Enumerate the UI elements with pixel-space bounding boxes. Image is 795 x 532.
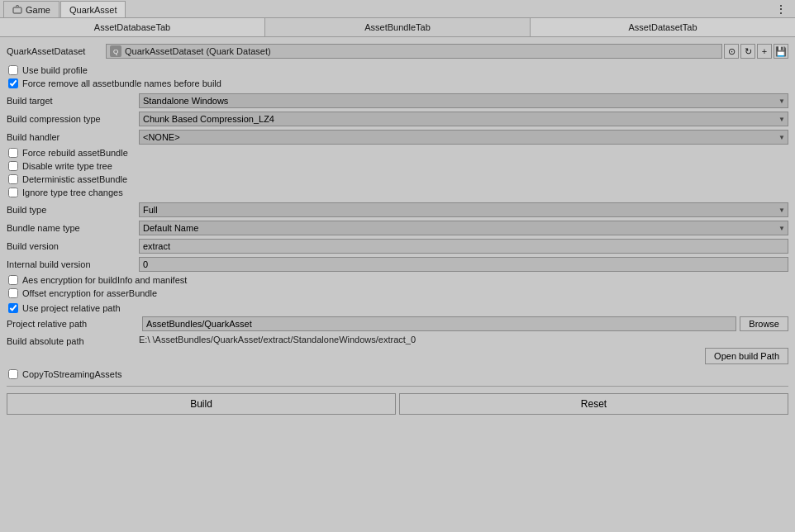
build-compression-row: Build compression type Chunk Based Compr…	[7, 112, 788, 126]
dataset-add-icon[interactable]: +	[757, 44, 772, 59]
build-type-label: Build type	[7, 205, 139, 215]
bundle-name-type-wrapper: Default Name	[139, 221, 788, 235]
main-tabs: AssetDatabaseTab AssetBundleTab AssetDat…	[0, 18, 795, 37]
deterministic-label: Deterministic assetBundle	[22, 174, 127, 184]
build-version-input[interactable]	[139, 239, 788, 254]
ignore-type-tree-row: Ignore type tree changes	[7, 188, 788, 197]
build-target-label: Build target	[7, 96, 139, 106]
use-build-profile-label: Use build profile	[22, 65, 88, 75]
use-build-profile-row: Use build profile	[7, 65, 788, 75]
use-build-profile-checkbox[interactable]	[8, 65, 18, 75]
build-handler-label: Build handler	[7, 132, 139, 142]
dataset-input-group: Q QuarkAssetDataset (Quark Dataset)	[106, 44, 722, 59]
dataset-label: QuarkAssetDataset	[7, 46, 106, 56]
browse-button[interactable]: Browse	[740, 316, 788, 331]
aes-encryption-checkbox[interactable]	[8, 275, 18, 285]
dataset-save-icon[interactable]: 💾	[774, 44, 788, 59]
offset-encryption-checkbox[interactable]	[8, 288, 18, 298]
game-tab-label: Game	[26, 5, 50, 15]
build-version-label: Build version	[7, 241, 139, 251]
aes-encryption-label: Aes encryption for buildInfo and manifes…	[22, 275, 187, 285]
ignore-type-tree-checkbox[interactable]	[8, 188, 18, 197]
build-handler-row: Build handler <NONE>	[7, 130, 788, 145]
copy-streaming-checkbox[interactable]	[8, 369, 18, 379]
build-absolute-path-row: Build absolute path E:\ \AssetBundles/Qu…	[7, 335, 788, 364]
title-bar: Game QuarkAsset ⋮	[0, 0, 795, 18]
bundle-name-type-label: Bundle name type	[7, 223, 139, 233]
tab-asset-database[interactable]: AssetDatabaseTab	[0, 18, 265, 36]
internal-build-version-label: Internal build version	[7, 259, 139, 269]
dataset-icon: Q	[110, 45, 121, 57]
svg-rect-0	[13, 7, 21, 13]
force-rebuild-label: Force rebuild assetBundle	[22, 148, 128, 158]
use-relative-path-label: Use project relative path	[22, 303, 121, 313]
force-remove-checkbox[interactable]	[8, 78, 18, 88]
deterministic-checkbox[interactable]	[8, 174, 18, 184]
use-relative-path-row: Use project relative path	[7, 303, 788, 313]
offset-encryption-row: Offset encryption for asserBundle	[7, 288, 788, 298]
build-target-row: Build target Standalone Windows	[7, 93, 788, 108]
content-area: QuarkAssetDataset Q QuarkAssetDataset (Q…	[0, 37, 795, 529]
project-relative-path-label: Project relative path	[7, 319, 139, 329]
game-tab[interactable]: Game	[3, 1, 60, 17]
bundle-name-type-row: Bundle name type Default Name	[7, 221, 788, 235]
force-remove-label: Force remove all assetbundle names befor…	[22, 78, 221, 88]
build-target-wrapper: Standalone Windows	[139, 93, 788, 108]
tab-asset-bundle[interactable]: AssetBundleTab	[265, 18, 531, 36]
build-absolute-path-value: E:\ \AssetBundles/QuarkAsset/extract/Sta…	[139, 335, 788, 344]
dataset-row: QuarkAssetDataset Q QuarkAssetDataset (Q…	[7, 44, 788, 59]
copy-streaming-label: CopyToStreamingAssets	[22, 369, 121, 379]
offset-encryption-label: Offset encryption for asserBundle	[22, 288, 157, 298]
aes-encryption-row: Aes encryption for buildInfo and manifes…	[7, 275, 788, 285]
build-button[interactable]: Build	[7, 393, 396, 415]
quark-tab-label: QuarkAsset	[69, 5, 117, 15]
game-icon	[12, 5, 22, 15]
internal-build-version-row: Internal build version	[7, 257, 788, 272]
deterministic-row: Deterministic assetBundle	[7, 174, 788, 184]
disable-write-checkbox[interactable]	[8, 161, 18, 171]
dataset-value: QuarkAssetDataset (Quark Dataset)	[125, 46, 718, 56]
build-type-wrapper: Full	[139, 202, 788, 217]
build-compression-label: Build compression type	[7, 114, 139, 124]
title-bar-tabs: Game QuarkAsset	[3, 0, 126, 17]
build-compression-dropdown[interactable]: Chunk Based Compression_LZ4	[139, 112, 788, 126]
dataset-target-icon[interactable]: ⊙	[724, 44, 739, 59]
open-path-button[interactable]: Open build Path	[705, 348, 788, 364]
build-target-dropdown[interactable]: Standalone Windows	[139, 93, 788, 108]
tab-asset-dataset[interactable]: AssetDatasetTab	[531, 18, 795, 36]
reset-button[interactable]: Reset	[399, 393, 788, 415]
build-compression-wrapper: Chunk Based Compression_LZ4	[139, 112, 788, 126]
internal-build-version-input[interactable]	[139, 257, 788, 272]
bottom-bar: Build Reset	[7, 386, 788, 415]
menu-icon[interactable]: ⋮	[770, 2, 792, 16]
force-rebuild-checkbox[interactable]	[8, 148, 18, 158]
build-version-row: Build version	[7, 239, 788, 254]
force-remove-row: Force remove all assetbundle names befor…	[7, 78, 788, 88]
dataset-actions: ⊙ ↻ + 💾	[724, 44, 788, 59]
bundle-name-type-dropdown[interactable]: Default Name	[139, 221, 788, 235]
force-rebuild-row: Force rebuild assetBundle	[7, 148, 788, 158]
build-type-dropdown[interactable]: Full	[139, 202, 788, 217]
copy-streaming-row: CopyToStreamingAssets	[7, 369, 788, 379]
build-absolute-path-label: Build absolute path	[7, 335, 139, 346]
quark-tab[interactable]: QuarkAsset	[60, 1, 126, 17]
use-relative-path-checkbox[interactable]	[8, 303, 18, 313]
dataset-refresh-icon[interactable]: ↻	[740, 44, 755, 59]
ignore-type-tree-label: Ignore type tree changes	[22, 188, 123, 197]
disable-write-label: Disable write type tree	[22, 161, 112, 171]
project-relative-path-input[interactable]	[142, 316, 736, 331]
build-handler-wrapper: <NONE>	[139, 130, 788, 145]
abs-path-right: E:\ \AssetBundles/QuarkAsset/extract/Sta…	[139, 335, 788, 364]
project-relative-path-row: Project relative path Browse	[7, 316, 788, 331]
disable-write-row: Disable write type tree	[7, 161, 788, 171]
build-type-row: Build type Full	[7, 202, 788, 217]
build-handler-dropdown[interactable]: <NONE>	[139, 130, 788, 145]
